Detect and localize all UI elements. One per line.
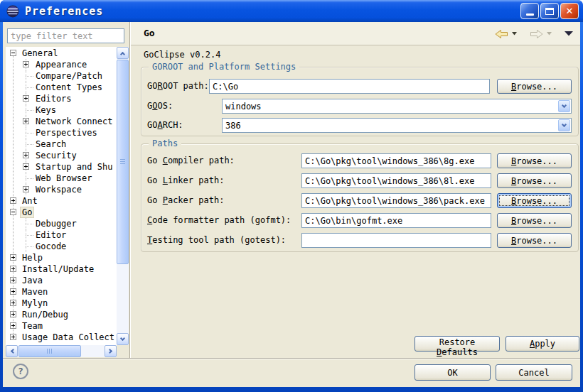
forward-history-dropdown[interactable] (547, 32, 552, 36)
goos-combo[interactable]: windows (222, 99, 572, 114)
code-formatter-path-input[interactable] (301, 213, 491, 228)
tree-item-web-browser[interactable]: Web Browser (6, 173, 117, 184)
tree-item-network-connect[interactable]: Network Connect (6, 116, 117, 127)
back-button[interactable] (495, 29, 508, 39)
tree-item-content-types[interactable]: Content Types (6, 82, 117, 93)
collapse-icon[interactable] (10, 209, 16, 215)
tree-item-label: Search (34, 139, 68, 149)
testing-tool-path-browse-button[interactable]: Browse... (497, 233, 572, 248)
chevron-down-icon[interactable] (558, 119, 570, 131)
tree-item-label: Workspace (34, 185, 83, 195)
horizontal-scroll-thumb[interactable] (18, 345, 81, 357)
tree-item-run-debug[interactable]: Run/Debug (6, 309, 117, 320)
vertical-scroll-thumb[interactable] (117, 60, 129, 264)
expand-icon[interactable] (10, 254, 16, 261)
tree-item-gocode[interactable]: Gocode (6, 241, 117, 252)
go-compiler-path-label: Go Compiler path: (147, 153, 235, 168)
forward-button[interactable] (530, 29, 543, 39)
tree-horizontal-scrollbar[interactable] (6, 345, 117, 357)
restore-defaults-button[interactable]: Restore Defaults (414, 336, 500, 352)
tree-vertical-scrollbar[interactable] (117, 47, 129, 345)
tree-item-label: Debugger (34, 219, 78, 229)
filter-input[interactable] (7, 28, 124, 43)
window-title: Preferences (25, 5, 103, 18)
cancel-button[interactable]: Cancel (496, 364, 572, 381)
go-packer-path-input[interactable] (301, 193, 491, 208)
go-linker-path-input[interactable] (301, 173, 491, 188)
tree-item-ant[interactable]: Ant (6, 195, 117, 207)
view-menu-button[interactable] (565, 31, 573, 36)
tree-item-startup-and-shu[interactable]: Startup and Shu (6, 161, 117, 173)
tree-item-workspace[interactable]: Workspace (6, 184, 117, 195)
tree-item-java[interactable]: Java (6, 275, 117, 286)
tree-item-editor[interactable]: Editor (6, 229, 117, 241)
code-formatter-path-browse-button[interactable]: Browse... (497, 213, 572, 228)
expand-icon[interactable] (23, 95, 29, 102)
tree-item-debugger[interactable]: Debugger (6, 218, 117, 229)
tree-item-label: Maven (21, 287, 49, 297)
expand-icon[interactable] (23, 152, 29, 158)
ok-button[interactable]: OK (414, 364, 491, 381)
expand-icon[interactable] (10, 334, 16, 340)
preferences-window: Preferences ✕ GeneralAppearanceCompare/P… (0, 0, 583, 392)
tree-item-maven[interactable]: Maven (6, 286, 117, 298)
tree-item-label: Help (21, 253, 44, 263)
tree-item-label: Team (21, 321, 44, 331)
tree-item-go[interactable]: Go (6, 207, 117, 218)
go-linker-path-row: Go Linker path:Browse... (141, 173, 578, 188)
testing-tool-path-input[interactable] (301, 233, 491, 248)
expand-icon[interactable] (10, 277, 16, 283)
eclipse-logo-icon (6, 4, 20, 18)
expand-icon[interactable] (10, 300, 16, 306)
chevron-down-icon[interactable] (558, 100, 570, 112)
titlebar[interactable]: Preferences ✕ (0, 0, 583, 22)
testing-tool-path-label: Testing tool path (gotest): (147, 233, 286, 248)
tree-item-help[interactable]: Help (6, 252, 117, 263)
tree-item-compare-patch[interactable]: Compare/Patch (6, 70, 117, 82)
maximize-button[interactable] (540, 3, 559, 19)
tree-item-general[interactable]: General (6, 48, 117, 59)
tree-item-usage-data-collect[interactable]: Usage Data Collect (6, 332, 117, 343)
goos-row: GOOS:windows (141, 99, 578, 114)
scroll-left-button[interactable] (6, 345, 18, 357)
go-compiler-path-browse-button[interactable]: Browse... (497, 153, 572, 168)
go-compiler-path-input[interactable] (301, 153, 491, 168)
scroll-up-button[interactable] (117, 47, 129, 59)
expand-icon[interactable] (23, 61, 29, 67)
tree-item-team[interactable]: Team (6, 320, 117, 332)
goroot-path-browse-button[interactable]: Browse... (497, 79, 572, 94)
expand-icon[interactable] (23, 186, 29, 192)
tree-item-label: Web Browser (34, 173, 93, 183)
tree-item-appearance[interactable]: Appearance (6, 59, 117, 70)
expand-icon[interactable] (10, 288, 16, 295)
expand-icon[interactable] (10, 322, 16, 329)
paths-group: Paths Go Compiler path:Browse...Go Linke… (141, 143, 579, 252)
help-button[interactable]: ? (13, 364, 28, 379)
tree-item-install-update[interactable]: Install/Update (6, 263, 117, 275)
goroot-path-input[interactable] (209, 79, 490, 94)
close-button[interactable]: ✕ (560, 3, 579, 19)
expand-icon[interactable] (10, 311, 16, 317)
expand-icon[interactable] (23, 163, 29, 170)
apply-button[interactable]: Apply (506, 336, 579, 352)
tree-item-security[interactable]: Security (6, 150, 117, 161)
minimize-button[interactable] (520, 3, 539, 19)
goarch-combo[interactable]: 386 (222, 118, 572, 133)
chevron-right-icon (107, 349, 112, 354)
tree-item-keys[interactable]: Keys (6, 104, 117, 116)
tree-item-perspectives[interactable]: Perspectives (6, 127, 117, 138)
collapse-icon[interactable] (10, 50, 16, 56)
go-linker-path-browse-button[interactable]: Browse... (497, 173, 572, 188)
page-header: Go (131, 22, 580, 45)
go-packer-path-browse-button[interactable]: Browse... (497, 193, 572, 208)
tree-item-search[interactable]: Search (6, 138, 117, 150)
expand-icon[interactable] (10, 197, 16, 204)
tree-connector (26, 133, 33, 134)
tree-item-editors[interactable]: Editors (6, 93, 117, 104)
expand-icon[interactable] (23, 118, 29, 124)
scroll-down-button[interactable] (117, 333, 129, 345)
scroll-right-button[interactable] (105, 345, 117, 357)
back-history-dropdown[interactable] (512, 32, 517, 36)
expand-icon[interactable] (10, 266, 16, 272)
tree-item-mylyn[interactable]: Mylyn (6, 298, 117, 309)
